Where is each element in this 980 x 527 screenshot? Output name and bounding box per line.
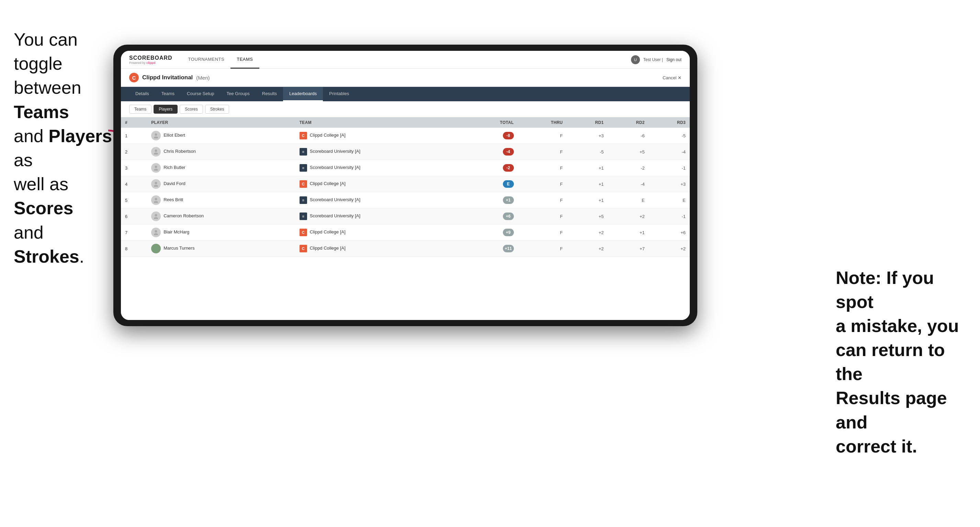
score-badge: +6 [503,213,514,220]
cell-rank: 2 [121,144,147,160]
col-rank: # [121,117,147,128]
score-badge: +9 [503,229,514,236]
table-row: 3 Rich Butler ≡Scoreboard University [A]… [121,160,690,176]
cell-player: Chris Robertson [147,144,296,160]
players-table: # PLAYER TEAM TOTAL THRU RD1 RD2 RD3 1 E… [121,117,690,257]
score-badge: -8 [503,132,514,140]
svg-point-3 [155,150,158,152]
nav-tournaments[interactable]: TOURNAMENTS [182,51,231,69]
team-logo: ≡ [299,164,307,171]
table-row: 2 Chris Robertson ≡Scoreboard University… [121,144,690,160]
user-name: Test User | [643,57,663,62]
cell-thru: F [518,192,567,208]
left-annotation: You can toggle between Teams and Players… [14,27,117,268]
tab-results[interactable]: Results [256,87,283,101]
table-row: 8 Marcus Turners CClippd College [A] +11… [121,241,690,257]
tablet-frame: SCOREBOARD Powered by clippd TOURNAMENTS… [113,44,697,326]
cell-rd3: -1 [649,208,690,225]
tablet-screen: SCOREBOARD Powered by clippd TOURNAMENTS… [121,51,690,320]
tournament-subtitle: (Men) [196,75,210,81]
cell-rd1: +1 [567,176,608,192]
tab-details[interactable]: Details [129,87,155,101]
tab-printables[interactable]: Printables [323,87,355,101]
cell-total: -4 [464,144,518,160]
sign-out-link[interactable]: Sign out [667,57,681,62]
table-row: 4 David Ford CClippd College [A] E F +1 … [121,176,690,192]
cell-total: E [464,176,518,192]
col-rd2: RD2 [608,117,649,128]
cell-player: Elliot Ebert [147,128,296,144]
cell-rank: 4 [121,176,147,192]
player-avatar [151,228,161,237]
cell-total: +6 [464,208,518,225]
cell-team: ≡Scoreboard University [A] [296,144,464,160]
cell-thru: F [518,176,567,192]
svg-point-8 [154,185,158,187]
col-total: TOTAL [464,117,518,128]
sub-nav: Details Teams Course Setup Tee Groups Re… [121,87,690,101]
leaderboard-table: # PLAYER TEAM TOTAL THRU RD1 RD2 RD3 1 E… [121,117,690,320]
tab-teams[interactable]: Teams [155,87,181,101]
cell-rd2: +2 [608,208,649,225]
toggle-scores-button[interactable]: Scores [180,105,203,114]
cell-rd2: -6 [608,128,649,144]
player-avatar [151,244,161,253]
tournament-header: C Clippd Invitational (Men) Cancel ✕ [121,69,690,87]
svg-point-10 [154,201,158,203]
player-avatar [151,179,161,189]
tab-course-setup[interactable]: Course Setup [181,87,221,101]
toggle-teams-button[interactable]: Teams [129,105,151,114]
team-logo: ≡ [299,196,307,204]
svg-point-4 [154,153,158,155]
cell-rd2: +5 [608,144,649,160]
cell-player: Marcus Turners [147,241,296,257]
toggle-strokes-button[interactable]: Strokes [205,105,229,114]
col-team: TEAM [296,117,464,128]
user-avatar: U [631,55,640,64]
col-thru: THRU [518,117,567,128]
cell-total: -8 [464,128,518,144]
table-row: 6 Cameron Robertson ≡Scoreboard Universi… [121,208,690,225]
right-annotation: Note: If you spot a mistake, you can ret… [836,266,966,459]
svg-point-5 [155,166,158,168]
team-logo: C [299,132,307,140]
player-avatar [151,147,161,157]
cell-team: ≡Scoreboard University [A] [296,208,464,225]
score-badge: +11 [503,245,514,252]
svg-point-2 [154,137,158,139]
tab-tee-groups[interactable]: Tee Groups [221,87,256,101]
cell-team: ≡Scoreboard University [A] [296,160,464,176]
team-logo: C [299,180,307,188]
cell-team: ≡Scoreboard University [A] [296,192,464,208]
cell-thru: F [518,144,567,160]
svg-point-13 [155,230,158,233]
nav-teams[interactable]: TEAMS [231,51,259,69]
player-avatar [151,211,161,221]
cancel-button[interactable]: Cancel ✕ [663,75,681,80]
toggle-players-button[interactable]: Players [154,105,178,114]
cell-total: +9 [464,225,518,241]
cell-team: CClippd College [A] [296,241,464,257]
top-nav: SCOREBOARD Powered by clippd TOURNAMENTS… [121,51,690,69]
cell-player: Blair McHarg [147,225,296,241]
cell-player: Cameron Robertson [147,208,296,225]
app-logo: SCOREBOARD Powered by clippd [129,55,172,65]
cell-rank: 5 [121,192,147,208]
team-logo: C [299,229,307,236]
player-avatar [151,131,161,140]
cell-rd2: +7 [608,241,649,257]
player-avatar [151,195,161,205]
cell-thru: F [518,128,567,144]
team-logo: ≡ [299,148,307,156]
svg-point-6 [154,169,158,171]
cell-rd1: -5 [567,144,608,160]
tab-leaderboards[interactable]: Leaderboards [283,87,323,101]
cell-rd3: E [649,192,690,208]
svg-point-7 [155,182,158,184]
cell-player: Rees Britt [147,192,296,208]
cell-rd1: +2 [567,225,608,241]
table-row: 5 Rees Britt ≡Scoreboard University [A] … [121,192,690,208]
cell-player: Rich Butler [147,160,296,176]
cell-rd2: E [608,192,649,208]
cell-rd2: -4 [608,176,649,192]
